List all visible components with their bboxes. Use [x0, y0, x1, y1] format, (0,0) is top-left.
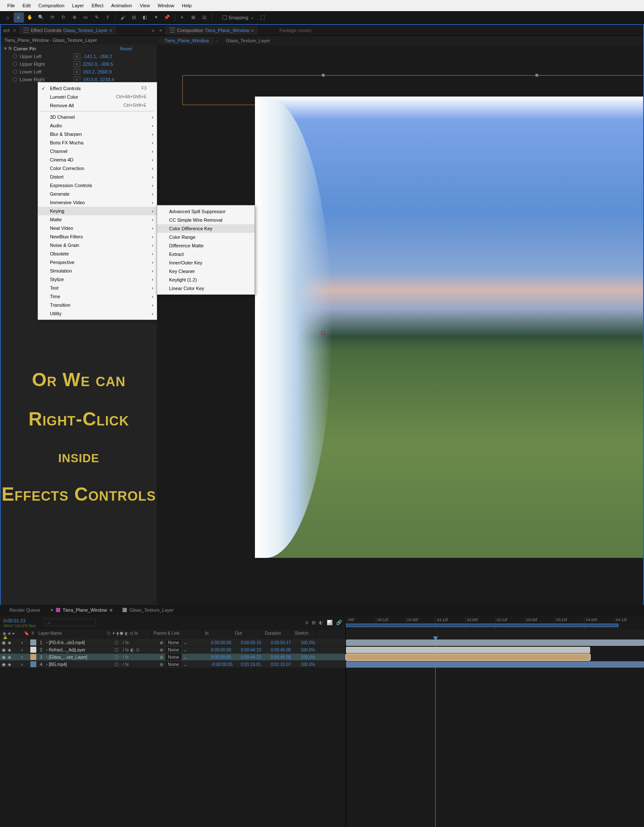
home-tool[interactable]: ⌂: [3, 12, 13, 23]
stopwatch-icon[interactable]: [13, 70, 17, 74]
timeline-layer-bar[interactable]: [346, 647, 590, 653]
tl-link-icon[interactable]: 🔗: [336, 620, 342, 625]
stopwatch-icon[interactable]: [13, 77, 17, 82]
eraser-tool[interactable]: ◧: [140, 12, 150, 23]
layer-color-swatch[interactable]: [30, 639, 36, 645]
effect-controls-tab[interactable]: Effect Controls Glass_Texture_Layer ≡: [19, 26, 116, 35]
menu-composition[interactable]: Composition: [35, 3, 68, 8]
effect-property[interactable]: Upper Left ⊕ -141.1, -268.2: [1, 53, 157, 60]
effect-reset-link[interactable]: Reset: [120, 46, 132, 51]
context-menu-category[interactable]: Blur & Sharpen›: [38, 130, 157, 138]
context-menu-item[interactable]: Lumetri ColorCtrl+Alt+Shift+E: [38, 93, 157, 101]
visibility-icon[interactable]: ◉: [2, 647, 7, 652]
comp-tab-tiera[interactable]: Tiera_Plane_Window: [159, 37, 214, 44]
tl-tab-render-queue[interactable]: Render Queue: [4, 606, 45, 614]
stopwatch-icon[interactable]: [13, 62, 17, 66]
crosshair-icon[interactable]: ⊕: [73, 61, 80, 67]
hand-tool[interactable]: ✋: [25, 12, 35, 23]
zoom-tool[interactable]: 🔍: [36, 12, 46, 23]
context-submenu-item[interactable]: Linear Color Key: [157, 284, 255, 293]
context-menu-item[interactable]: Effect ControlsF3: [38, 84, 157, 93]
context-submenu-item[interactable]: Color Difference Key: [157, 224, 255, 233]
context-menu-category[interactable]: Keying›Advanced Spill SuppressorCC Simpl…: [38, 207, 157, 215]
context-menu-category[interactable]: Obsolete›: [38, 249, 157, 258]
layer-color-swatch[interactable]: [30, 661, 36, 667]
layer-search-input[interactable]: [44, 619, 96, 626]
world-axis-icon[interactable]: ⊞: [188, 12, 198, 23]
menu-effect[interactable]: Effect: [88, 3, 107, 8]
local-axis-icon[interactable]: ⌖: [177, 12, 187, 23]
anchor-tool[interactable]: ⊕: [69, 12, 79, 23]
timeline-timecode[interactable]: 0:00:01:23 00047 (23.976 fps): [3, 617, 36, 628]
context-menu-category[interactable]: Perspective›: [38, 258, 157, 267]
work-area-bar[interactable]: [346, 624, 618, 627]
visibility-icon[interactable]: ◉: [2, 662, 7, 667]
rotate-tool[interactable]: ↻: [58, 12, 68, 23]
context-menu-category[interactable]: Utility›: [38, 309, 157, 318]
text-tool[interactable]: T: [102, 12, 113, 23]
visibility-icon[interactable]: ◉: [2, 640, 7, 645]
effect-corner-pin[interactable]: ▾ fx Corner Pin Reset: [1, 44, 157, 53]
layer-color-swatch[interactable]: [30, 654, 36, 660]
crosshair-icon[interactable]: ⊕: [73, 69, 80, 75]
panel-overflow-icon[interactable]: »: [152, 28, 154, 33]
context-menu-category[interactable]: Noise & Grain›: [38, 241, 157, 249]
snapping-toggle[interactable]: Snapping ⌄: [222, 15, 254, 20]
crosshair-icon[interactable]: ⊕: [73, 53, 80, 59]
context-menu-category[interactable]: Expression Controls›: [38, 181, 157, 190]
visibility-icon[interactable]: ◉: [2, 654, 7, 660]
effect-property[interactable]: Upper Right ⊕ 2262.0, -306.5: [1, 60, 157, 68]
context-menu-category[interactable]: Matte›: [38, 215, 157, 224]
context-menu-category[interactable]: Cinema 4D›: [38, 155, 157, 164]
context-submenu-item[interactable]: Advanced Spill Suppressor: [157, 207, 255, 216]
context-menu-category[interactable]: Neat Video›: [38, 224, 157, 232]
timeline-layer-row[interactable]: ◉◈ › 4 ▫ [BG.mp4] ⬡ / fx ⊚ None ⌄ -0:00:…: [0, 661, 345, 668]
context-submenu-item[interactable]: Difference Matte: [157, 241, 255, 250]
context-menu-category[interactable]: Immersive Video›: [38, 198, 157, 207]
context-menu-category[interactable]: Text›: [38, 284, 157, 292]
brush-tool[interactable]: 🖌: [117, 12, 128, 23]
effect-property[interactable]: Lower Left ⊕ 163.2, 2568.9: [1, 68, 157, 76]
context-menu-category[interactable]: Color Correction›: [38, 164, 157, 173]
composition-panel-tab[interactable]: Composition Tiera_Plane_Window ≡: [165, 26, 258, 35]
context-menu-category[interactable]: Distort›: [38, 173, 157, 181]
menu-file[interactable]: File: [3, 3, 19, 8]
menu-help[interactable]: Help: [178, 3, 196, 8]
context-submenu-item[interactable]: Keylight (1.2): [157, 276, 255, 284]
context-menu-category[interactable]: Stylize›: [38, 275, 157, 284]
crosshair-icon[interactable]: ⊕: [73, 76, 80, 82]
timeline-layer-bar[interactable]: [346, 661, 644, 668]
tl-tab-glass[interactable]: Glass_Texture_Layer: [117, 606, 179, 614]
timeline-layer-row[interactable]: ◉◈ › 3 ▫ [Glass_...ure_Layer] ⬡ / fx ⊚ N…: [0, 654, 345, 661]
context-menu-category[interactable]: Generate›: [38, 190, 157, 198]
context-menu-category[interactable]: NewBlue Filters›: [38, 232, 157, 241]
tl-motion-blur-icon[interactable]: ◐: [319, 620, 323, 625]
menu-layer[interactable]: Layer: [68, 3, 88, 8]
clone-tool[interactable]: ⊟: [129, 12, 139, 23]
roto-tool[interactable]: ✦: [151, 12, 161, 23]
tl-shy-icon[interactable]: ⧈: [305, 620, 308, 625]
context-menu-category[interactable]: 3D Channel›: [38, 113, 157, 121]
menu-view[interactable]: View: [136, 3, 154, 8]
timeline-layer-row[interactable]: ◉◈ › 1 ▫ [PD-8-b...ob3.mp4] ⬡ / fx ⊚ Non…: [0, 639, 345, 646]
puppet-tool[interactable]: 📌: [162, 12, 172, 23]
layer-color-swatch[interactable]: [30, 647, 36, 653]
menu-animation[interactable]: Animation: [107, 3, 136, 8]
menu-window[interactable]: Window: [154, 3, 178, 8]
context-menu-item[interactable]: Remove AllCtrl+Shift+E: [38, 101, 157, 110]
menu-edit[interactable]: Edit: [19, 3, 35, 8]
tl-tab-tiera[interactable]: × Tiera_Plane_Window ≡: [45, 606, 117, 614]
stopwatch-icon[interactable]: [13, 54, 17, 59]
context-menu-category[interactable]: Channel›: [38, 147, 157, 155]
rect-tool[interactable]: ▭: [80, 12, 91, 23]
context-menu-category[interactable]: Boris FX Mocha›: [38, 138, 157, 147]
context-menu-category[interactable]: Simulation›: [38, 267, 157, 275]
context-menu-category[interactable]: Audio›: [38, 121, 157, 130]
context-submenu-item[interactable]: Color Range: [157, 233, 255, 241]
pen-tool[interactable]: ✎: [91, 12, 102, 23]
context-menu-category[interactable]: Time›: [38, 292, 157, 301]
timeline-layer-bar[interactable]: [346, 639, 644, 646]
orbit-tool[interactable]: ⟳: [47, 12, 57, 23]
tl-frame-blend-icon[interactable]: ⊞: [312, 620, 316, 625]
context-submenu-item[interactable]: CC Simple Wire Removal: [157, 216, 255, 224]
